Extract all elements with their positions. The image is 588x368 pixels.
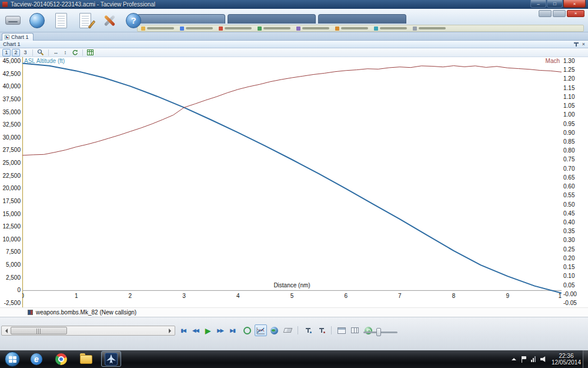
flight-log-button[interactable] — [51, 10, 72, 31]
document-icon — [55, 13, 67, 28]
left-axis-title: ASL Altitude (ft) — [24, 58, 65, 64]
edit-button[interactable] — [75, 10, 96, 31]
background-bookmark-item[interactable] — [219, 26, 252, 31]
rewind-button[interactable]: ◀◀ — [190, 326, 201, 336]
scroll-right-icon[interactable] — [166, 326, 175, 335]
taskbar: e 22:36 12/05/2014 — [0, 350, 588, 368]
playback-speed-slider[interactable] — [363, 328, 397, 336]
left-axis-tick: 2,500 — [6, 275, 21, 281]
storage-device-icon — [5, 16, 21, 25]
board-button[interactable] — [349, 324, 361, 336]
action-center-flag-icon[interactable] — [521, 356, 526, 363]
clock-time: 22:36 — [552, 353, 581, 359]
slider-thumb[interactable] — [376, 328, 381, 336]
background-minimize-button[interactable] — [539, 10, 552, 17]
playback-controls: ▮◀ ◀◀ ▶ ▶▶ ▶▮ — [178, 325, 238, 336]
separator — [331, 326, 332, 334]
chart-layout-3-button[interactable]: 3 — [21, 49, 29, 57]
tray-expand-button[interactable] — [512, 358, 516, 360]
online-button[interactable] — [26, 10, 48, 31]
main-toolbar: × ? — [0, 9, 588, 32]
right-axis-tick: 0.35 — [563, 228, 574, 234]
background-bookmark-item[interactable] — [374, 26, 407, 31]
taskbar-chrome-button[interactable] — [53, 352, 69, 366]
left-axis-tick: 35,000 — [2, 110, 21, 115]
zoom-horizontal-button[interactable]: ↔ — [52, 49, 60, 57]
tools-button[interactable] — [99, 10, 120, 31]
background-browser-tab[interactable] — [228, 14, 316, 24]
file-button[interactable] — [2, 10, 24, 31]
chart-view-button[interactable] — [255, 324, 267, 336]
fast-forward-button[interactable]: ▶▶ — [215, 326, 226, 336]
panel-window-button[interactable] — [335, 324, 348, 336]
panel-close-icon[interactable]: × — [582, 42, 585, 47]
separator — [298, 326, 298, 334]
scrollbar-thumb[interactable] — [11, 327, 67, 334]
eraser-button[interactable] — [282, 324, 294, 336]
x-axis-tick: 2 — [124, 293, 136, 299]
object-labels-icon — [305, 327, 311, 333]
legend-label: weapons.bombs.Mk_82 (New callsign) — [36, 309, 136, 316]
taskbar-explorer-button[interactable] — [78, 352, 94, 366]
system-tray: 22:36 12/05/2014 — [512, 350, 588, 368]
background-browser-tab[interactable] — [318, 14, 406, 24]
x-axis-title: Distance (nm) — [273, 282, 310, 289]
show-desktop-button[interactable] — [583, 350, 588, 368]
volume-icon[interactable] — [540, 356, 547, 362]
network-icon[interactable] — [531, 356, 536, 362]
wrench-icon — [102, 13, 117, 28]
scroll-left-icon[interactable] — [2, 326, 11, 335]
export-table-icon — [87, 49, 93, 55]
globe-3d-button[interactable] — [268, 324, 280, 336]
object-labels-button[interactable] — [302, 324, 314, 336]
taskbar-internet-explorer-button[interactable]: e — [28, 352, 45, 366]
timeline-scrollbar[interactable] — [1, 326, 175, 336]
tab-chart-1[interactable]: Chart 1 — [2, 33, 34, 41]
globe-wireframe-icon — [243, 327, 251, 334]
background-bookmark-item[interactable] — [180, 26, 213, 31]
separator — [48, 49, 49, 56]
globe-wireframe-button[interactable] — [241, 324, 253, 336]
background-restore-button[interactable] — [553, 10, 566, 17]
plot-area[interactable]: ASL Altitude (ft) Mach Distance (nm) 012… — [22, 57, 562, 307]
left-axis-tick: 12,500 — [2, 224, 21, 230]
background-close-button[interactable]: × — [567, 10, 584, 17]
skip-to-start-button[interactable]: ▮◀ — [178, 326, 189, 336]
background-bookmark-item[interactable] — [296, 26, 329, 31]
right-axis-tick: 0.90 — [563, 130, 574, 136]
telemetry-labels-button[interactable] — [315, 324, 328, 336]
x-axis-tick: 10 — [556, 293, 562, 299]
background-bookmark-item[interactable] — [141, 26, 174, 31]
ribbon-icons: ? — [2, 10, 144, 31]
maximize-button[interactable]: □ — [547, 0, 563, 8]
refresh-button[interactable] — [71, 49, 79, 57]
export-button[interactable] — [86, 49, 95, 57]
panel-header: Chart 1 × — [0, 41, 588, 48]
pin-icon[interactable] — [573, 42, 579, 47]
chart-layout-1-button[interactable]: 1 — [2, 49, 11, 57]
taskbar-tacview-button[interactable] — [101, 351, 121, 367]
close-button[interactable]: × — [563, 0, 586, 8]
background-bookmark-item[interactable] — [335, 26, 368, 31]
right-axis-tick: 0.70 — [563, 166, 574, 172]
play-button[interactable]: ▶ — [202, 326, 213, 336]
skip-to-end-button[interactable]: ▶▮ — [227, 326, 238, 336]
zoom-vertical-button[interactable]: ↕ — [61, 49, 69, 57]
minimize-button[interactable]: – — [530, 0, 546, 8]
right-axis-tick: 0.25 — [563, 247, 574, 253]
background-bookmark-item[interactable] — [413, 26, 446, 31]
taskbar-clock[interactable]: 22:36 12/05/2014 — [552, 353, 581, 366]
background-bookmark-item[interactable] — [258, 26, 290, 31]
start-button[interactable] — [5, 352, 20, 367]
windows-logo-icon — [9, 356, 16, 363]
background-browser-tab[interactable] — [137, 14, 225, 24]
help-button[interactable]: ? — [123, 10, 144, 31]
left-axis-ticks: 45,00042,50040,00037,50035,00032,50030,0… — [0, 57, 22, 307]
chart-layout-2-button[interactable]: 2 — [12, 49, 20, 57]
chrome-icon — [55, 353, 67, 365]
right-axis-tick: -0.00 — [563, 291, 577, 297]
right-axis-tick: 0.05 — [563, 283, 574, 289]
magnifier-button[interactable] — [36, 49, 45, 57]
right-axis-tick: 0.10 — [563, 273, 574, 279]
right-axis-tick: -0.05 — [563, 300, 577, 306]
